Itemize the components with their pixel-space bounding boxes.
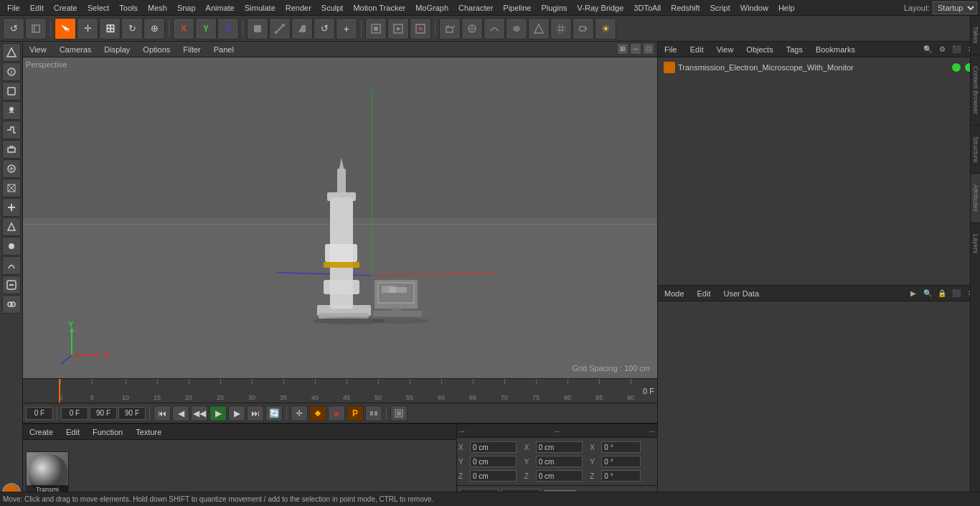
- viewport-menu-options[interactable]: Options: [139, 44, 174, 55]
- sidebar-tool11[interactable]: [2, 237, 21, 256]
- menu-help[interactable]: Help: [774, 2, 799, 14]
- attr-right-lock-icon[interactable]: 🔒: [936, 287, 948, 300]
- viewport-icon-2[interactable]: ↔: [630, 43, 641, 55]
- object-item-microscope[interactable]: Transmission_Electron_Microscope_With_Mo…: [661, 60, 977, 75]
- polygon-mode-button[interactable]: [291, 18, 313, 39]
- menu-window[interactable]: Window: [736, 2, 773, 14]
- sidebar-tool7[interactable]: [2, 159, 21, 178]
- obj-menu-bookmarks[interactable]: Bookmarks: [812, 44, 859, 55]
- viewport-icon-1[interactable]: ⊞: [617, 43, 628, 55]
- motion-clip-btn[interactable]: [365, 406, 382, 421]
- move-tool-button[interactable]: ✛: [77, 18, 98, 39]
- sidebar-tool4[interactable]: [2, 101, 21, 120]
- start-frame-input[interactable]: [26, 407, 53, 420]
- menu-motiontracker[interactable]: Motion Tracker: [349, 2, 410, 14]
- attr-right-menu-userdata[interactable]: User Data: [720, 288, 763, 299]
- obj-menu-tags[interactable]: Tags: [783, 44, 806, 55]
- menu-sculpt[interactable]: Sculpt: [317, 2, 348, 14]
- sidebar-tool14[interactable]: [2, 295, 21, 314]
- mat-menu-create[interactable]: Create: [26, 426, 57, 438]
- move-playback-btn[interactable]: ✛: [291, 406, 308, 421]
- sidebar-tool13[interactable]: [2, 276, 21, 294]
- end-frame-input[interactable]: [90, 407, 117, 420]
- viewport-canvas[interactable]: X Y Perspective Grid Spacing : 100 cm: [23, 57, 657, 378]
- menu-tools[interactable]: Tools: [115, 2, 142, 14]
- rotate-obj-button[interactable]: ↺: [314, 18, 335, 39]
- play-forward-button[interactable]: ▶: [209, 406, 227, 421]
- obj-maximize-icon[interactable]: ⬛: [950, 43, 963, 56]
- axis-y-button[interactable]: Y: [195, 18, 217, 39]
- attr-y3-input[interactable]: [601, 456, 641, 467]
- obj-search-icon[interactable]: 🔍: [921, 43, 934, 56]
- tab-attributes[interactable]: Attributes: [971, 174, 980, 223]
- sidebar-tool3[interactable]: [2, 82, 21, 100]
- goto-start-button[interactable]: ⏮: [154, 406, 171, 421]
- viewport-menu-filter[interactable]: Filter: [179, 44, 204, 55]
- edge-mode-button[interactable]: [269, 18, 291, 39]
- add-button[interactable]: +: [336, 18, 357, 39]
- viewport-icon-3[interactable]: □: [643, 43, 654, 55]
- step-back-button[interactable]: ◀: [172, 406, 189, 421]
- menu-mograph[interactable]: MoGraph: [411, 2, 453, 14]
- autokey-btn[interactable]: ●: [328, 406, 345, 421]
- obj-menu-objects[interactable]: Objects: [743, 44, 776, 55]
- menu-plugins[interactable]: Plugins: [537, 2, 571, 14]
- attr-x3-input[interactable]: [601, 441, 641, 453]
- attr-z2-input[interactable]: [536, 470, 583, 482]
- render-full-button[interactable]: [410, 18, 431, 39]
- timeline-playhead[interactable]: [59, 379, 60, 403]
- tab-structure[interactable]: Structure: [971, 126, 980, 174]
- sidebar-tool10[interactable]: [2, 217, 21, 236]
- menu-snap[interactable]: Snap: [173, 2, 200, 14]
- attr-right-maximize-icon[interactable]: ⬛: [950, 287, 963, 300]
- grid-button[interactable]: [550, 18, 572, 39]
- transform-tool-button[interactable]: ⊕: [143, 18, 165, 39]
- undo-button[interactable]: ↺: [3, 18, 24, 39]
- attr-right-menu-mode[interactable]: Mode: [661, 288, 688, 299]
- menu-pipeline[interactable]: Pipeline: [499, 2, 535, 14]
- object-visibility-dot[interactable]: [951, 62, 961, 72]
- step-forward-button[interactable]: ▶: [228, 406, 245, 421]
- render-vp-button[interactable]: [387, 18, 409, 39]
- menu-create[interactable]: Create: [50, 2, 82, 14]
- mat-menu-function[interactable]: Function: [89, 426, 126, 438]
- menu-mesh[interactable]: Mesh: [143, 2, 171, 14]
- layout-select[interactable]: Startup: [933, 1, 977, 14]
- end-frame2-input[interactable]: [118, 407, 146, 420]
- obj-settings-icon[interactable]: ⚙: [936, 43, 948, 56]
- viewport-menu-cameras[interactable]: Cameras: [56, 44, 95, 55]
- tab-layers[interactable]: Layers: [971, 223, 980, 264]
- mat-menu-texture[interactable]: Texture: [132, 426, 165, 438]
- redo-button[interactable]: [25, 18, 47, 39]
- metaball-button[interactable]: [506, 18, 527, 39]
- current-frame-input[interactable]: [61, 407, 88, 420]
- obj-menu-view[interactable]: View: [713, 44, 738, 55]
- attr-x2-input[interactable]: [536, 441, 583, 453]
- sidebar-new-object[interactable]: [2, 43, 21, 62]
- keyframe-btn[interactable]: [309, 406, 326, 421]
- snapshot-btn[interactable]: [390, 406, 407, 421]
- menu-3dtoall[interactable]: 3DToAll: [629, 2, 665, 14]
- camera-button[interactable]: [573, 18, 594, 39]
- viewport-menu-view[interactable]: View: [26, 44, 50, 55]
- axis-x-button[interactable]: X: [173, 18, 194, 39]
- menu-vraybridge[interactable]: V-Ray Bridge: [573, 2, 628, 14]
- sidebar-tool12[interactable]: [2, 256, 21, 275]
- perspective-view-button[interactable]: [439, 18, 461, 39]
- menu-select[interactable]: Select: [83, 2, 114, 14]
- tab-content-browser[interactable]: Content Browser: [971, 55, 980, 126]
- menu-file[interactable]: File: [3, 2, 24, 14]
- menu-simulate[interactable]: Simulate: [240, 2, 280, 14]
- attr-y1-input[interactable]: [470, 456, 517, 467]
- mat-menu-edit[interactable]: Edit: [62, 426, 83, 438]
- menu-redshift[interactable]: Redshift: [666, 2, 704, 14]
- obj-menu-edit[interactable]: Edit: [687, 44, 707, 55]
- play-back-button[interactable]: ◀◀: [191, 406, 208, 421]
- spline-button[interactable]: [484, 18, 505, 39]
- menu-animate[interactable]: Animate: [202, 2, 239, 14]
- attr-y2-input[interactable]: [536, 456, 583, 467]
- sidebar-tool2[interactable]: [2, 62, 21, 81]
- viewport-menu-display[interactable]: Display: [100, 44, 133, 55]
- select-tool-button[interactable]: [55, 18, 76, 39]
- top-view-button[interactable]: [461, 18, 483, 39]
